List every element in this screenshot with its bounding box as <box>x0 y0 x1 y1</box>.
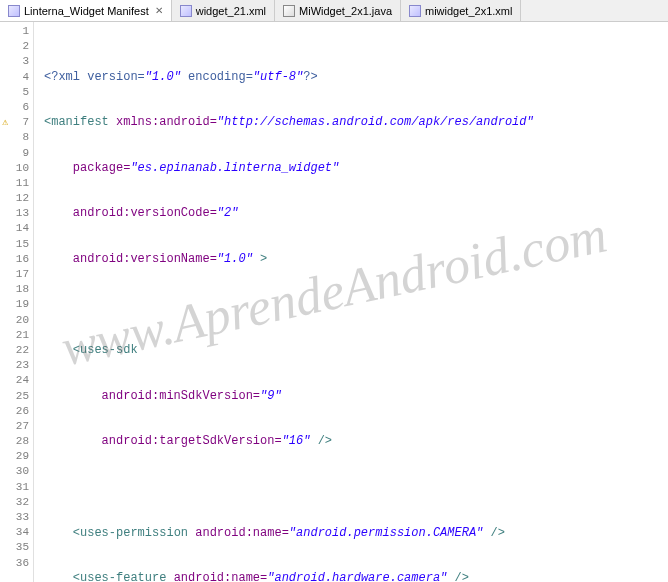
xml-icon <box>409 5 421 17</box>
close-icon[interactable]: ✕ <box>155 5 163 16</box>
tab-bar: Linterna_Widget Manifest✕ widget_21.xml … <box>0 0 668 22</box>
tab-label: widget_21.xml <box>196 5 266 17</box>
tab-manifest[interactable]: Linterna_Widget Manifest✕ <box>0 0 172 21</box>
code-editor[interactable]: 1234567891011121314151617181920212223242… <box>0 22 668 582</box>
tab-miwidget-java[interactable]: MiWidget_2x1.java <box>275 0 401 21</box>
xml-icon <box>180 5 192 17</box>
tab-miwidget-xml[interactable]: miwidget_2x1.xml <box>401 0 521 21</box>
xml-icon <box>8 5 20 17</box>
tab-label: Linterna_Widget Manifest <box>24 5 149 17</box>
tab-label: miwidget_2x1.xml <box>425 5 512 17</box>
java-icon <box>283 5 295 17</box>
tab-label: MiWidget_2x1.java <box>299 5 392 17</box>
code-area[interactable]: <?xml version="1.0" encoding="utf-8"?> <… <box>34 22 668 582</box>
tab-widget21[interactable]: widget_21.xml <box>172 0 275 21</box>
line-gutter: 1234567891011121314151617181920212223242… <box>0 22 34 582</box>
